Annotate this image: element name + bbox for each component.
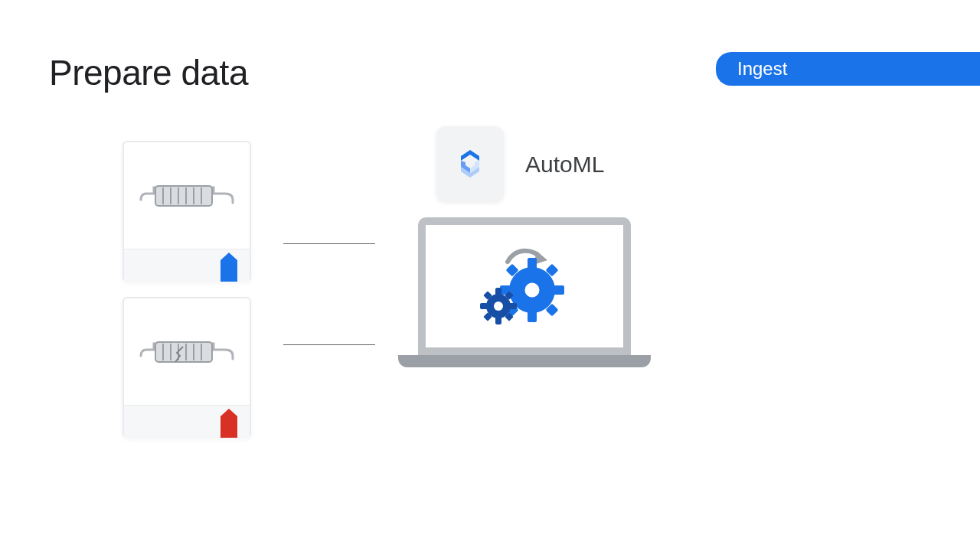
svg-rect-28 [495,317,501,324]
muffler-part-icon [137,177,237,215]
svg-rect-30 [509,303,517,309]
automl-logo-icon [452,145,488,182]
laptop-screen [418,217,631,355]
sample-footer-good [124,249,250,282]
svg-rect-27 [495,288,501,295]
svg-rect-0 [155,186,212,206]
tag-marker-defect-icon [220,409,237,438]
connector-line-defect [283,344,375,345]
connector-line-good [283,243,375,244]
automl-label: AutoML [525,152,604,178]
svg-rect-17 [528,311,537,322]
laptop-base [398,355,651,367]
ingest-pill: Ingest [716,52,980,86]
sample-image-defect [124,298,250,406]
svg-rect-16 [528,258,537,269]
page-title: Prepare data [49,52,248,93]
svg-rect-7 [155,342,212,362]
gear-large-icon [500,258,564,322]
muffler-part-broken-icon [137,333,237,371]
ingest-pill-label: Ingest [737,58,787,79]
sample-image-good [124,142,250,249]
sample-card-good [122,141,251,282]
tag-marker-good-icon [220,253,237,282]
sample-card-defect [122,297,251,438]
svg-rect-29 [480,303,488,309]
automl-badge [436,126,504,201]
laptop-illustration [398,217,651,367]
gear-small-icon [480,288,517,324]
svg-rect-19 [554,285,564,295]
sample-footer-defect [124,406,250,438]
svg-point-35 [494,302,503,311]
